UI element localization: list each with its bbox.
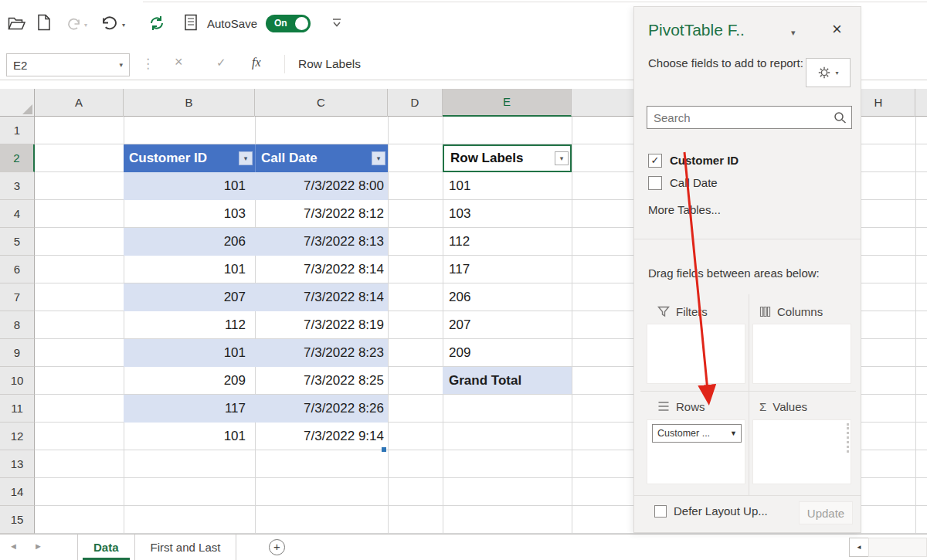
more-tables-link[interactable]: More Tables... xyxy=(648,203,721,216)
pivot-row-label[interactable]: 206 xyxy=(443,283,572,311)
cell-call-date[interactable]: 7/3/2022 8:23 xyxy=(255,339,388,367)
name-box[interactable]: E2 ▾ xyxy=(6,53,130,76)
cell-customer-id[interactable]: 103 xyxy=(124,200,255,228)
row-header-6[interactable]: 6 xyxy=(0,256,35,283)
checkbox-unchecked[interactable] xyxy=(648,176,662,190)
table-resize-handle[interactable] xyxy=(382,447,386,452)
column-header-E[interactable]: E xyxy=(443,89,572,117)
close-icon[interactable]: × xyxy=(832,19,842,39)
sheet-tab-data[interactable]: Data xyxy=(78,535,135,560)
cell-customer-id[interactable]: 209 xyxy=(124,367,255,395)
cell-call-date[interactable]: 7/3/2022 8:00 xyxy=(255,172,388,200)
select-all-corner[interactable] xyxy=(0,89,35,117)
pivot-row-label[interactable]: 117 xyxy=(443,256,572,283)
pivot-header-cell[interactable]: Row Labels▾ xyxy=(443,144,572,172)
row-header-15[interactable]: 15 xyxy=(0,506,35,534)
tools-button[interactable]: ▾ xyxy=(806,58,851,87)
row-header-1[interactable]: 1 xyxy=(0,117,35,144)
enter-icon[interactable]: ✓ xyxy=(216,56,226,70)
formula-content[interactable]: Row Labels xyxy=(298,48,361,80)
row-header-7[interactable]: 7 xyxy=(0,283,35,311)
sheet-tab-first-and-last[interactable]: First and Last xyxy=(135,535,237,560)
field-list: ✓Customer IDCall Date xyxy=(648,149,841,194)
cell-customer-id[interactable]: 101 xyxy=(124,172,255,200)
cell-call-date[interactable]: 7/3/2022 8:14 xyxy=(255,256,388,283)
filter-dropdown-button[interactable]: ▾ xyxy=(239,151,253,165)
field-item-call-date[interactable]: Call Date xyxy=(648,171,841,194)
cell-customer-id[interactable]: 206 xyxy=(124,228,255,256)
cell-customer-id[interactable]: 112 xyxy=(124,311,255,339)
tab-scroll-right-icon[interactable]: ► xyxy=(34,541,42,551)
pivot-grand-total[interactable]: Grand Total xyxy=(443,367,572,395)
column-header-C[interactable]: C xyxy=(255,89,388,117)
chevron-down-icon[interactable]: ▾ xyxy=(119,61,129,69)
cell-customer-id[interactable]: 117 xyxy=(124,395,255,423)
row-header-8[interactable]: 8 xyxy=(0,311,35,339)
customize-toolbar-icon[interactable] xyxy=(331,17,343,32)
column-header-D[interactable]: D xyxy=(388,89,443,117)
search-input[interactable] xyxy=(647,111,833,124)
row-header-13[interactable]: 13 xyxy=(0,450,35,478)
cell-customer-id[interactable]: 101 xyxy=(124,256,255,283)
new-file-icon[interactable] xyxy=(37,14,51,34)
row-header-4[interactable]: 4 xyxy=(0,200,35,228)
cell-call-date[interactable]: 7/3/2022 8:13 xyxy=(255,228,388,256)
hscroll-left-button[interactable]: ◄ xyxy=(849,538,869,557)
row-header-5[interactable]: 5 xyxy=(0,228,35,256)
open-file-icon[interactable] xyxy=(8,15,26,34)
chevron-down-icon[interactable]: ▾ xyxy=(791,28,796,38)
cell-call-date[interactable]: 7/3/2022 8:25 xyxy=(255,367,388,395)
gear-icon xyxy=(817,66,831,80)
tab-scroll-left-icon[interactable]: ◄ xyxy=(9,541,18,551)
pivot-row-label[interactable]: 207 xyxy=(443,311,572,339)
checkbox-unchecked[interactable] xyxy=(654,505,667,518)
columns-label: Columns xyxy=(777,305,823,318)
chevron-down-icon[interactable]: ▼ xyxy=(730,429,741,437)
row-header-10[interactable]: 10 xyxy=(0,367,35,395)
undo-icon[interactable] xyxy=(100,15,119,35)
rows-field-chip[interactable]: Customer ... ▼ xyxy=(652,424,742,443)
cell-customer-id[interactable]: 101 xyxy=(124,339,255,367)
row-header-9[interactable]: 9 xyxy=(0,339,35,367)
drag-handle-icon[interactable]: ⋮ xyxy=(141,56,154,72)
row-header-2[interactable]: 2 xyxy=(0,144,35,172)
column-header-A[interactable]: A xyxy=(35,89,124,117)
pivot-row-label[interactable]: 103 xyxy=(443,200,572,228)
cell-call-date[interactable]: 7/3/2022 9:14 xyxy=(255,423,388,450)
pivot-row-label[interactable]: 209 xyxy=(443,339,572,367)
field-item-customer-id[interactable]: ✓Customer ID xyxy=(648,149,841,171)
filter-dropdown-button[interactable]: ▾ xyxy=(555,151,569,165)
row-header-11[interactable]: 11 xyxy=(0,395,35,423)
row-header-12[interactable]: 12 xyxy=(0,423,35,450)
column-header-B[interactable]: B xyxy=(124,89,255,117)
refresh-icon[interactable] xyxy=(148,15,165,35)
document-preview-icon[interactable] xyxy=(184,14,198,34)
cell-call-date[interactable]: 7/3/2022 8:12 xyxy=(255,200,388,228)
cell-call-date[interactable]: 7/3/2022 8:26 xyxy=(255,395,388,423)
columns-dropzone[interactable] xyxy=(752,324,851,384)
pivot-row-label[interactable]: 101 xyxy=(443,172,572,200)
insert-function-icon[interactable]: fx xyxy=(252,56,261,70)
rows-label: Rows xyxy=(676,400,705,413)
update-button[interactable]: Update xyxy=(799,501,853,524)
filters-dropzone[interactable] xyxy=(647,324,745,384)
cancel-icon[interactable]: × xyxy=(175,54,183,70)
cell-call-date[interactable]: 7/3/2022 8:14 xyxy=(255,283,388,311)
filter-dropdown-button[interactable]: ▾ xyxy=(372,151,385,165)
row-header-3[interactable]: 3 xyxy=(0,172,35,200)
row-header-14[interactable]: 14 xyxy=(0,478,35,506)
rows-dropzone[interactable]: Customer ... ▼ xyxy=(647,419,745,484)
redo-icon[interactable] xyxy=(66,17,82,34)
add-sheet-button[interactable]: + xyxy=(269,539,285,555)
values-dropzone[interactable] xyxy=(752,419,851,484)
hscroll-track[interactable] xyxy=(868,538,927,557)
cell-customer-id[interactable]: 101 xyxy=(124,423,255,450)
cell-customer-id[interactable]: 207 xyxy=(124,283,255,311)
chevron-down-icon[interactable]: ▾ xyxy=(84,22,87,29)
autosave-toggle[interactable]: On xyxy=(266,15,311,32)
pivottable-fields-pane: PivotTable F.. ▾ × Choose fields to add … xyxy=(633,6,861,533)
cell-call-date[interactable]: 7/3/2022 8:19 xyxy=(255,311,388,339)
chevron-down-icon[interactable]: ▾ xyxy=(122,22,125,29)
checkbox-checked[interactable]: ✓ xyxy=(648,154,662,168)
pivot-row-label[interactable]: 112 xyxy=(443,228,572,256)
